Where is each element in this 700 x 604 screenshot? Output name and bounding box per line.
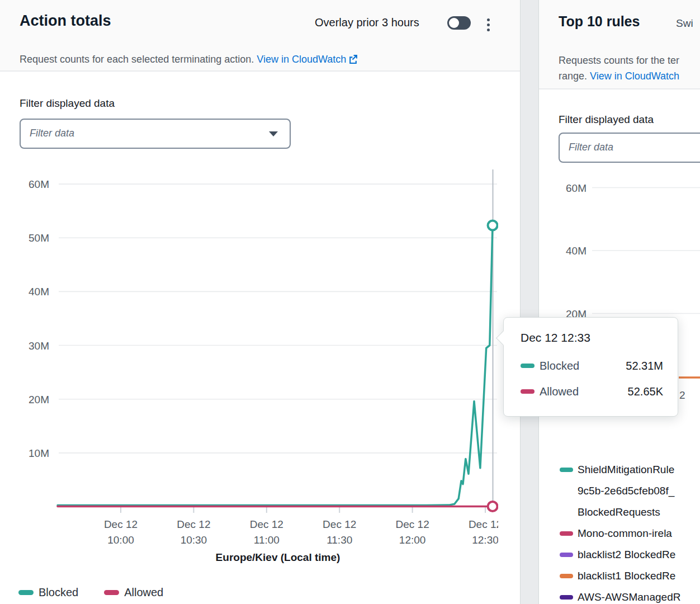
rules-legend: ShieldMitigationRule9c5b-2e6d5cfeb08f_Bl… xyxy=(539,459,700,604)
partial-x-tick-label: 2 xyxy=(679,389,685,401)
legend-swatch xyxy=(18,590,34,595)
rule-legend-item[interactable]: AWS-AWSManagedR xyxy=(539,587,700,604)
x-axis-label: Dec 12 xyxy=(104,518,138,530)
tooltip-series-value: 52.65K xyxy=(628,385,663,398)
x-axis-label: 11:30 xyxy=(327,534,352,546)
tooltip-timestamp: Dec 12 12:33 xyxy=(521,331,663,345)
action-totals-chart[interactable]: 10M20M30M40M50M60MDec 1210:00Dec 1210:30… xyxy=(0,0,498,576)
top-10-rules-panel: Top 10 rules Swi Requests counts for the… xyxy=(538,0,700,604)
x-axis-label: 10:30 xyxy=(181,534,207,546)
legend-label: Blocked xyxy=(39,586,78,599)
legend-item-blocked[interactable]: Blocked xyxy=(18,586,78,599)
series-line-blocked xyxy=(58,225,493,506)
y-axis-label: 30M xyxy=(29,340,49,352)
y-axis-label: 60M xyxy=(29,178,49,190)
waf-traffic-dashboard: Action totals Overlay prior 3 hours Requ… xyxy=(0,0,700,604)
rule-legend-item[interactable]: blacklist1 BlockedRe xyxy=(539,565,700,587)
series-endpoint-marker-blocked xyxy=(488,221,498,230)
y-axis-label: 40M xyxy=(566,245,587,257)
x-axis-label: Dec 12 xyxy=(469,518,498,530)
legend-swatch xyxy=(560,531,573,536)
y-axis-label: 10M xyxy=(29,447,49,459)
rule-legend-label: 9c5b-2e6d5cfeb08f_ xyxy=(578,485,674,497)
rule-legend-item[interactable]: blacklist2 BlockedRe xyxy=(539,544,700,565)
x-axis-label: 12:00 xyxy=(399,534,426,546)
y-axis-label: 20M xyxy=(29,394,49,405)
rule-legend-item[interactable]: 9c5b-2e6d5cfeb08f_ xyxy=(539,480,700,502)
rule-legend-label: Mono-common-irela xyxy=(578,527,672,540)
rule-legend-item[interactable]: ShieldMitigationRule xyxy=(539,459,700,480)
legend-swatch xyxy=(560,553,573,557)
x-axis-label: 12:30 xyxy=(472,534,498,546)
y-axis-label: 40M xyxy=(29,286,49,298)
tooltip-row-allowed: Allowed52.65K xyxy=(521,384,663,399)
y-axis-label: 60M xyxy=(566,182,587,194)
rule-legend-label: ShieldMitigationRule xyxy=(578,464,674,476)
tooltip-row-blocked: Blocked52.31M xyxy=(521,358,663,373)
x-axis-title: Europe/Kiev (Local time) xyxy=(59,551,497,564)
legend-swatch xyxy=(560,468,573,472)
x-axis-label: 10:00 xyxy=(107,534,134,546)
tooltip-swatch xyxy=(521,364,535,368)
x-axis-label: Dec 12 xyxy=(177,518,210,530)
tooltip-series-label: Blocked xyxy=(540,360,579,372)
rule-legend-item[interactable]: Mono-common-irela xyxy=(539,523,700,544)
rule-legend-label: blacklist1 BlockedRe xyxy=(578,570,675,582)
rule-legend-label: blacklist2 BlockedRe xyxy=(578,549,675,561)
legend-swatch xyxy=(560,574,573,578)
chart-tooltip: Dec 12 12:33 Blocked52.31MAllowed52.65K xyxy=(503,317,678,417)
x-axis-label: Dec 12 xyxy=(250,518,283,530)
x-axis-label: Dec 12 xyxy=(396,518,429,530)
legend-swatch xyxy=(560,595,573,600)
rule-legend-item[interactable]: BlockedRequests xyxy=(539,502,700,523)
rule-legend-label: AWS-AWSManagedR xyxy=(578,591,680,603)
rule-legend-label: BlockedRequests xyxy=(578,506,660,518)
tooltip-series-label: Allowed xyxy=(540,385,579,398)
y-axis-label: 50M xyxy=(29,232,49,244)
x-axis-label: 11:00 xyxy=(254,534,280,546)
legend-label: Allowed xyxy=(124,586,163,599)
legend-item-allowed[interactable]: Allowed xyxy=(104,586,163,599)
chart-legend: BlockedAllowed xyxy=(18,586,163,599)
action-totals-panel: Action totals Overlay prior 3 hours Requ… xyxy=(0,0,521,604)
legend-swatch xyxy=(104,590,119,595)
series-endpoint-marker-allowed xyxy=(488,502,498,511)
tooltip-swatch xyxy=(521,389,535,394)
x-axis-label: Dec 12 xyxy=(323,518,356,530)
tooltip-series-value: 52.31M xyxy=(626,360,663,372)
